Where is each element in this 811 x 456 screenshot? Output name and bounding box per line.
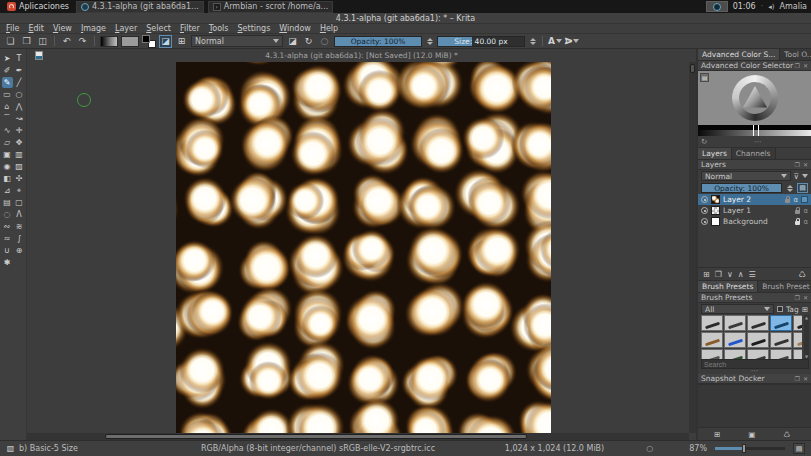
add-layer-button[interactable]: ⊞ — [703, 270, 710, 279]
brush-preset-tile[interactable] — [747, 332, 769, 348]
layer-visibility-icon[interactable] — [701, 218, 708, 225]
advanced-color-selector-header[interactable]: Advanced Color Selector ❐ ✕ — [698, 61, 811, 71]
tool-crop[interactable]: ▣ — [2, 149, 13, 160]
tab-layers[interactable]: Layers — [698, 148, 732, 159]
menu-filter[interactable]: Filter — [180, 24, 200, 33]
new-document-button[interactable]: ❏ — [4, 35, 17, 48]
brush-preset-tile[interactable] — [770, 332, 792, 348]
tool-similar-select[interactable]: ≈ — [2, 233, 13, 244]
alpha-lock-icon[interactable]: α — [803, 207, 808, 215]
brush-preset-tile[interactable] — [701, 349, 723, 359]
menu-settings[interactable]: Settings — [238, 24, 271, 33]
current-brush-preset[interactable]: b) Basic-5 Size — [19, 444, 78, 453]
blending-mode-dropdown[interactable]: Normal — [191, 35, 283, 47]
redo-button[interactable]: ↷ — [76, 35, 89, 48]
foreground-background-swatch[interactable] — [142, 35, 156, 48]
layer-properties-button[interactable]: ☰ — [749, 270, 756, 279]
tool-reference-images[interactable]: ▤ — [2, 197, 13, 208]
gradient-chooser-button[interactable] — [100, 36, 118, 47]
close-docker-icon[interactable]: ✕ — [803, 161, 808, 168]
value-strip[interactable] — [698, 130, 811, 136]
layer-visibility-icon[interactable] — [701, 207, 708, 214]
scroll-down-icon[interactable]: ▼ — [805, 354, 808, 359]
tool-fill[interactable]: ◧ — [2, 173, 13, 184]
snapshot-docker-header[interactable]: Snapshot Docker ❐ ✕ — [698, 374, 811, 384]
applications-menu[interactable]: Aplicaciones — [4, 0, 72, 13]
menu-window[interactable]: Window — [279, 24, 311, 33]
pattern-chooser-button[interactable] — [121, 36, 139, 47]
brush-preset-tile[interactable] — [724, 315, 746, 331]
tool-polygon-select[interactable]: Λ — [14, 209, 25, 220]
tool-bezier-select[interactable]: ∫ — [14, 233, 25, 244]
color-selector[interactable]: ▤ — [698, 71, 811, 125]
menu-help[interactable]: Help — [320, 24, 338, 33]
float-docker-icon[interactable]: ❐ — [795, 62, 800, 69]
layer-opacity-spinner[interactable] — [785, 182, 794, 194]
taskbar-window-terminal[interactable]: › Armbian - scrot /home/a... — [208, 1, 334, 13]
tool-gradient[interactable]: ▥ — [14, 149, 25, 160]
open-document-button[interactable]: ❒ — [20, 35, 33, 48]
move-layer-up-button[interactable]: ∧ — [738, 270, 744, 279]
tool-multibrush[interactable]: ✛ — [14, 125, 25, 136]
layer-row-background[interactable]: Background α — [698, 216, 811, 227]
tray-krita-button[interactable] — [706, 1, 728, 12]
tool-bezier-curve[interactable]: ⌒ — [2, 113, 13, 124]
zoom-level[interactable]: 87% — [689, 444, 707, 453]
opacity-spinner[interactable] — [425, 35, 434, 47]
window-titlebar[interactable]: 4.3.1-alpha (git aba6da1): * – Krita — [0, 13, 811, 24]
brush-preset-tile[interactable] — [793, 332, 802, 348]
reload-preset-button[interactable]: ↻ — [302, 35, 315, 48]
menu-image[interactable]: Image — [81, 24, 106, 33]
user-menu[interactable]: Amalia — [779, 2, 807, 11]
tool-freehand-path[interactable]: ↝ — [14, 113, 25, 124]
tool-assistants[interactable]: ⊿ — [2, 185, 13, 196]
brush-preset-tile[interactable] — [747, 315, 769, 331]
tool-line[interactable]: ╱ — [14, 77, 25, 88]
taskbar-window-krita[interactable]: 4.3.1-alpha (git aba6da1... — [76, 1, 204, 13]
tool-magnetic-select[interactable]: ∪ — [2, 245, 13, 256]
tool-measure[interactable]: ⌖ — [14, 185, 25, 196]
brush-preset-tile[interactable] — [770, 315, 792, 331]
menu-view[interactable]: View — [53, 24, 72, 33]
tool-pan[interactable]: ✱ — [2, 257, 13, 268]
choose-brush-preset-button[interactable]: ⊞ — [175, 35, 188, 48]
brush-preset-tile[interactable] — [701, 332, 723, 348]
clock[interactable]: 01:06 — [733, 2, 756, 11]
tool-move[interactable]: ✥ — [14, 137, 25, 148]
tool-polyline[interactable]: ⋀ — [14, 101, 25, 112]
layers-docker-header[interactable]: Layers ❐ ✕ — [698, 160, 811, 170]
layer-lock-icon[interactable] — [785, 199, 790, 203]
layer-visibility-icon[interactable] — [701, 196, 708, 203]
duplicate-layer-button[interactable]: ❐ — [715, 270, 722, 279]
color-history-refresh-icon[interactable]: ↻ — [701, 137, 707, 146]
tool-calligraphy[interactable]: ✒ — [14, 65, 25, 76]
brush-preset-tile[interactable] — [724, 349, 746, 359]
tool-text[interactable]: T — [14, 53, 25, 64]
layer-filter-icon[interactable]: ⊽ — [794, 172, 800, 181]
layer-lock-icon[interactable] — [795, 210, 800, 214]
zoom-options-button[interactable]: ▤ — [793, 443, 805, 454]
menu-edit[interactable]: Edit — [28, 24, 44, 33]
tool-color-sampler[interactable]: ◉ — [2, 161, 13, 172]
size-slider[interactable]: Size: 40.00 px — [437, 36, 525, 47]
mirror-horizontal-button[interactable]: A — [548, 36, 562, 46]
layer-thumbnail[interactable] — [711, 195, 720, 204]
menu-layer[interactable]: Layer — [115, 24, 137, 33]
undo-button[interactable]: ↶ — [60, 35, 73, 48]
float-docker-icon[interactable]: ❐ — [795, 375, 800, 382]
close-docker-icon[interactable]: ✕ — [803, 294, 808, 301]
vertical-scrollbar-thumb[interactable] — [690, 64, 695, 73]
layer-lock-icon[interactable] — [795, 221, 800, 225]
layer-thumbnail[interactable] — [711, 206, 720, 215]
document-canvas[interactable] — [176, 62, 551, 433]
brush-preset-indicator-icon[interactable]: ▧ — [6, 444, 15, 453]
layer-row-layer1[interactable]: Layer 1 α — [698, 205, 811, 216]
tool-dynamic-brush[interactable]: ∿ — [2, 125, 13, 136]
canvas-horizontal-scrollbar[interactable] — [27, 433, 689, 440]
size-spinner[interactable] — [528, 35, 537, 47]
alpha-lock-icon[interactable]: α — [793, 196, 798, 204]
scroll-up-icon[interactable]: ▲ — [805, 315, 808, 320]
delete-layer-button[interactable]: ♺ — [799, 270, 806, 279]
menu-select[interactable]: Select — [146, 24, 171, 33]
close-docker-icon[interactable]: ✕ — [803, 62, 808, 69]
